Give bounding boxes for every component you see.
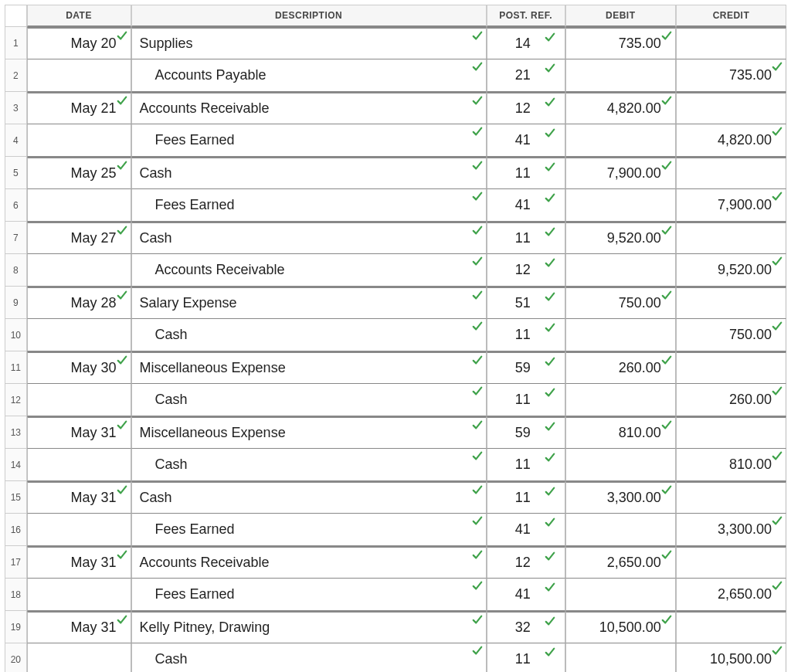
date-cell[interactable]: May 31 xyxy=(27,546,131,579)
post-ref-cell[interactable]: 21 xyxy=(487,59,565,92)
post-ref-cell[interactable]: 11 xyxy=(487,222,565,254)
description-cell[interactable]: Accounts Payable xyxy=(131,59,487,92)
debit-cell[interactable]: 10,500.00 xyxy=(565,611,676,643)
date-cell[interactable]: May 28 xyxy=(27,287,131,319)
debit-cell[interactable]: 810.00 xyxy=(565,416,676,449)
date-cell[interactable] xyxy=(27,189,131,222)
date-cell[interactable] xyxy=(27,384,131,416)
date-cell[interactable]: May 27 xyxy=(27,222,131,254)
debit-cell[interactable]: 750.00 xyxy=(565,287,676,319)
post-ref-cell[interactable]: 11 xyxy=(487,157,565,189)
credit-cell[interactable]: 810.00 xyxy=(676,449,786,481)
description-cell[interactable]: Cash xyxy=(131,643,487,672)
post-ref-cell[interactable]: 51 xyxy=(487,287,565,319)
description-cell[interactable]: Miscellaneous Expense xyxy=(131,351,487,384)
post-ref-cell[interactable]: 11 xyxy=(487,481,565,514)
description-cell[interactable]: Cash xyxy=(131,481,487,514)
credit-cell[interactable]: 735.00 xyxy=(676,59,786,92)
date-cell[interactable]: May 20 xyxy=(27,27,131,59)
date-cell[interactable]: May 31 xyxy=(27,481,131,514)
date-cell[interactable] xyxy=(27,449,131,481)
date-cell[interactable] xyxy=(27,514,131,546)
post-ref-cell[interactable]: 12 xyxy=(487,92,565,124)
post-ref-cell[interactable]: 12 xyxy=(487,254,565,287)
description-cell[interactable]: Fees Earned xyxy=(131,579,487,611)
post-ref-cell[interactable]: 11 xyxy=(487,643,565,672)
credit-cell[interactable] xyxy=(676,222,786,254)
date-cell[interactable]: May 31 xyxy=(27,416,131,449)
credit-cell[interactable] xyxy=(676,611,786,643)
date-cell[interactable] xyxy=(27,124,131,157)
debit-cell[interactable]: 3,300.00 xyxy=(565,481,676,514)
debit-cell[interactable]: 735.00 xyxy=(565,27,676,59)
debit-cell[interactable] xyxy=(565,319,676,351)
date-cell[interactable]: May 25 xyxy=(27,157,131,189)
post-ref-cell[interactable]: 14 xyxy=(487,27,565,59)
date-cell[interactable]: May 31 xyxy=(27,611,131,643)
post-ref-cell[interactable]: 41 xyxy=(487,579,565,611)
credit-cell[interactable]: 10,500.00 xyxy=(676,643,786,672)
debit-cell[interactable]: 4,820.00 xyxy=(565,92,676,124)
post-ref-cell[interactable]: 59 xyxy=(487,416,565,449)
description-cell[interactable]: Kelly Pitney, Drawing xyxy=(131,611,487,643)
description-cell[interactable]: Miscellaneous Expense xyxy=(131,416,487,449)
debit-cell[interactable] xyxy=(565,579,676,611)
date-cell[interactable] xyxy=(27,59,131,92)
date-cell[interactable] xyxy=(27,579,131,611)
credit-cell[interactable] xyxy=(676,416,786,449)
debit-cell[interactable]: 2,650.00 xyxy=(565,546,676,579)
post-ref-cell[interactable]: 12 xyxy=(487,546,565,579)
credit-cell[interactable]: 750.00 xyxy=(676,319,786,351)
post-ref-cell[interactable]: 11 xyxy=(487,319,565,351)
description-cell[interactable]: Cash xyxy=(131,384,487,416)
description-cell[interactable]: Accounts Receivable xyxy=(131,546,487,579)
description-cell[interactable]: Accounts Receivable xyxy=(131,92,487,124)
date-cell[interactable] xyxy=(27,319,131,351)
debit-cell[interactable] xyxy=(565,384,676,416)
post-ref-cell[interactable]: 59 xyxy=(487,351,565,384)
description-cell[interactable]: Cash xyxy=(131,222,487,254)
date-cell[interactable] xyxy=(27,643,131,672)
description-cell[interactable]: Fees Earned xyxy=(131,189,487,222)
description-cell[interactable]: Accounts Receivable xyxy=(131,254,487,287)
credit-cell[interactable]: 9,520.00 xyxy=(676,254,786,287)
credit-cell[interactable] xyxy=(676,287,786,319)
description-cell[interactable]: Fees Earned xyxy=(131,124,487,157)
credit-cell[interactable] xyxy=(676,546,786,579)
post-ref-cell[interactable]: 41 xyxy=(487,514,565,546)
description-cell[interactable]: Salary Expense xyxy=(131,287,487,319)
post-ref-cell[interactable]: 11 xyxy=(487,449,565,481)
description-cell[interactable]: Cash xyxy=(131,319,487,351)
credit-cell[interactable]: 7,900.00 xyxy=(676,189,786,222)
description-cell[interactable]: Supplies xyxy=(131,27,487,59)
post-ref-cell[interactable]: 11 xyxy=(487,384,565,416)
description-cell[interactable]: Cash xyxy=(131,449,487,481)
debit-cell[interactable] xyxy=(565,514,676,546)
credit-cell[interactable] xyxy=(676,157,786,189)
debit-cell[interactable] xyxy=(565,643,676,672)
credit-cell[interactable] xyxy=(676,481,786,514)
credit-cell[interactable] xyxy=(676,351,786,384)
date-cell[interactable]: May 21 xyxy=(27,92,131,124)
post-ref-cell[interactable]: 41 xyxy=(487,189,565,222)
post-ref-cell[interactable]: 32 xyxy=(487,611,565,643)
post-ref-cell[interactable]: 41 xyxy=(487,124,565,157)
debit-cell[interactable]: 7,900.00 xyxy=(565,157,676,189)
debit-cell[interactable] xyxy=(565,189,676,222)
credit-cell[interactable] xyxy=(676,27,786,59)
debit-cell[interactable] xyxy=(565,254,676,287)
debit-cell[interactable] xyxy=(565,59,676,92)
debit-cell[interactable] xyxy=(565,124,676,157)
credit-cell[interactable]: 3,300.00 xyxy=(676,514,786,546)
description-cell[interactable]: Fees Earned xyxy=(131,514,487,546)
credit-cell[interactable] xyxy=(676,92,786,124)
credit-cell[interactable]: 260.00 xyxy=(676,384,786,416)
credit-cell[interactable]: 4,820.00 xyxy=(676,124,786,157)
debit-cell[interactable]: 260.00 xyxy=(565,351,676,384)
debit-cell[interactable]: 9,520.00 xyxy=(565,222,676,254)
date-cell[interactable] xyxy=(27,254,131,287)
description-cell[interactable]: Cash xyxy=(131,157,487,189)
date-cell[interactable]: May 30 xyxy=(27,351,131,384)
credit-cell[interactable]: 2,650.00 xyxy=(676,579,786,611)
debit-cell[interactable] xyxy=(565,449,676,481)
